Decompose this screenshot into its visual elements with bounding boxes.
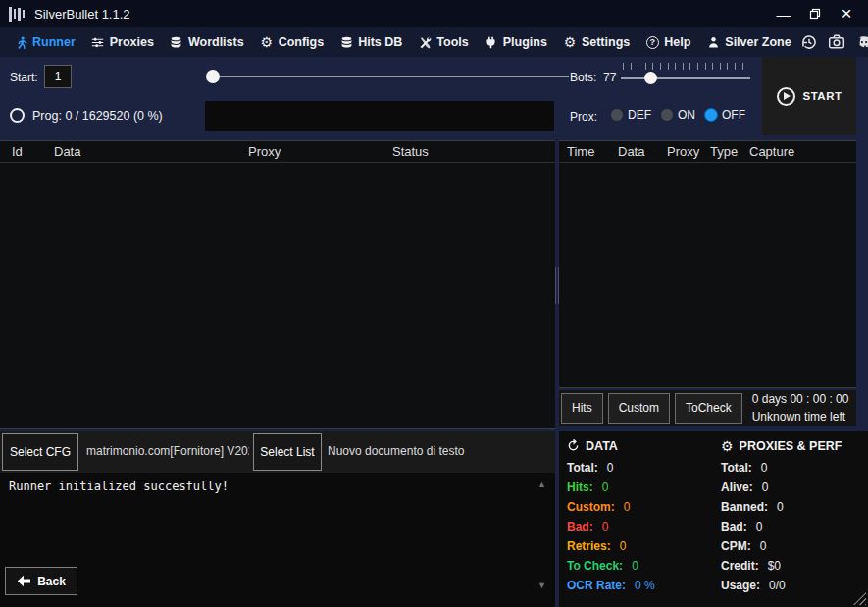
column-header-proxy[interactable]: Proxy xyxy=(248,144,281,159)
config-bar: Select CFG matrimonio.com[Fornitore] V20… xyxy=(0,431,555,473)
gear-icon: ⚙ xyxy=(563,35,577,49)
scroll-down-icon[interactable]: ▼ xyxy=(537,581,546,590)
stat-row: Usage:0/0 xyxy=(721,579,866,598)
proxies-stats-column: ⚙ PROXIES & PERF Total:0 Alive:0 Banned:… xyxy=(721,438,866,598)
column-header-data[interactable]: Data xyxy=(54,144,80,159)
slider-track xyxy=(207,76,569,77)
bots-label: Bots: xyxy=(570,71,596,84)
bots-value: 77 xyxy=(603,71,616,84)
runner-icon xyxy=(14,35,27,49)
radio-label: DEF xyxy=(628,108,651,122)
start-input[interactable] xyxy=(44,65,72,88)
radio-circle-icon xyxy=(610,108,624,122)
log-line: Runner initialized succesfully! xyxy=(9,480,229,493)
camera-icon[interactable] xyxy=(827,32,846,52)
select-cfg-button[interactable]: Select CFG xyxy=(2,433,78,471)
menu-item-label: Help xyxy=(664,35,690,49)
menu-item-label: Runner xyxy=(32,35,76,49)
radio-def[interactable]: DEF xyxy=(610,108,651,122)
selected-config-name: matrimonio.com[Fornitore] V202 xyxy=(86,444,249,458)
results-table-body xyxy=(0,163,555,428)
hits-tabs-row: Hits Custom ToCheck 0 days 00 : 00 : 00 … xyxy=(559,390,856,426)
stat-row: Total:0 xyxy=(567,461,716,481)
hits-table-body xyxy=(559,163,856,387)
column-header-status[interactable]: Status xyxy=(392,144,429,159)
menu-item-settings[interactable]: ⚙ Settings xyxy=(555,27,638,57)
select-list-button[interactable]: Select List xyxy=(253,433,322,471)
results-table: Id Data Proxy Status xyxy=(0,140,555,429)
restore-icon xyxy=(809,8,821,20)
menu-item-label: Configs xyxy=(279,35,325,49)
tab-tocheck[interactable]: ToCheck xyxy=(675,393,742,424)
menu-item-label: Plugins xyxy=(503,35,547,49)
maximize-button[interactable] xyxy=(799,2,831,25)
radio-off[interactable]: OFF xyxy=(704,108,745,122)
data-stats-title: DATA xyxy=(586,439,618,453)
tools-icon xyxy=(418,35,432,49)
play-icon xyxy=(777,87,795,106)
scroll-up-icon[interactable]: ▲ xyxy=(537,480,546,489)
menu-item-label: Proxies xyxy=(110,35,154,49)
column-header-time[interactable]: Time xyxy=(567,144,594,159)
stat-row: OCR Rate:0 % xyxy=(567,579,716,598)
proxy-mode-radios: DEF ON OFF xyxy=(610,108,745,122)
discord-icon[interactable] xyxy=(854,32,868,52)
selected-list-name: Nuovo documento di testo xyxy=(328,444,548,458)
hits-table: Time Data Proxy Type Capture xyxy=(559,140,856,388)
proxies-icon xyxy=(91,35,105,49)
menu-item-label: Tools xyxy=(436,35,468,49)
column-header-data[interactable]: Data xyxy=(618,144,644,159)
stat-row: Hits:0 xyxy=(567,481,716,500)
gear-icon: ⚙ xyxy=(721,439,734,453)
menu-item-label: Silver Zone xyxy=(725,35,791,49)
menu-item-plugins[interactable]: Plugins xyxy=(477,27,555,57)
column-header-proxy[interactable]: Proxy xyxy=(667,144,699,159)
stat-row: CPM:0 xyxy=(721,539,866,559)
radio-circle-icon xyxy=(660,108,674,122)
log-output[interactable]: Runner initialized succesfully! xyxy=(0,473,555,607)
menu-item-hits-db[interactable]: Hits DB xyxy=(332,27,410,57)
tab-hits[interactable]: Hits xyxy=(561,393,603,424)
back-button[interactable]: Back xyxy=(5,567,77,595)
slider-thumb[interactable] xyxy=(206,70,220,83)
slider-track xyxy=(621,77,750,79)
elapsed-time: 0 days 00 : 00 : 00 xyxy=(752,392,849,406)
menu-item-help[interactable]: ? Help xyxy=(638,27,698,57)
data-stats-column: DATA Total:0 Hits:0 Custom:0 Bad:0 Retri… xyxy=(567,438,716,598)
history-icon[interactable] xyxy=(799,32,819,52)
slider-thumb[interactable] xyxy=(644,72,657,84)
stat-row: Custom:0 xyxy=(567,500,716,520)
bots-slider[interactable] xyxy=(621,63,750,90)
tab-custom[interactable]: Custom xyxy=(608,393,670,424)
stat-row: Bad:0 xyxy=(567,520,716,539)
close-button[interactable]: × xyxy=(831,2,862,25)
menu-item-runner[interactable]: Runner xyxy=(6,27,83,57)
plug-icon xyxy=(485,35,498,49)
menu-item-proxies[interactable]: Proxies xyxy=(83,27,162,57)
help-icon: ? xyxy=(646,36,659,49)
radio-label: ON xyxy=(678,108,695,122)
column-header-type[interactable]: Type xyxy=(710,144,738,159)
time-left: Unknown time left xyxy=(752,410,845,424)
column-header-capture[interactable]: Capture xyxy=(749,144,794,159)
stat-row: Total:0 xyxy=(721,461,866,481)
menu-item-wordlists[interactable]: Wordlists xyxy=(162,27,252,57)
refresh-icon xyxy=(567,439,580,452)
column-header-id[interactable]: Id xyxy=(12,144,23,159)
app-logo-icon xyxy=(9,6,25,22)
minimize-button[interactable]: — xyxy=(768,2,799,25)
radio-label: OFF xyxy=(722,108,745,122)
progress-text: Prog: 0 / 1629520 (0 %) xyxy=(32,109,163,123)
proxies-stats-title: PROXIES & PERF xyxy=(740,439,842,453)
menu-item-configs[interactable]: ⚙ Configs xyxy=(252,27,332,57)
menu-item-silver-zone[interactable]: Silver Zone xyxy=(698,27,798,57)
menu-item-tools[interactable]: Tools xyxy=(410,27,476,57)
progress-ring-icon xyxy=(10,108,25,123)
start-button[interactable]: START xyxy=(762,57,856,135)
timer-block: 0 days 00 : 00 : 00 Unknown time left xyxy=(752,390,849,426)
menu-item-label: Hits DB xyxy=(358,35,402,49)
radio-on[interactable]: ON xyxy=(660,108,695,122)
database-icon xyxy=(339,35,353,49)
database-icon xyxy=(170,35,183,49)
start-slider[interactable] xyxy=(203,69,569,84)
